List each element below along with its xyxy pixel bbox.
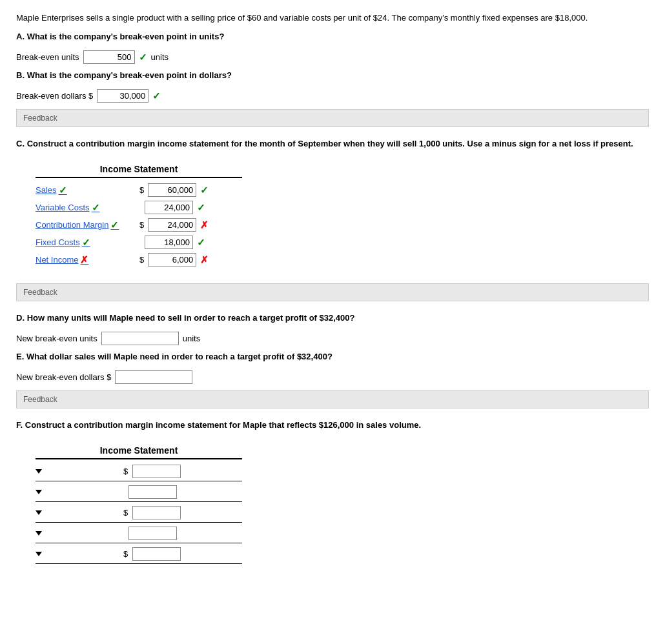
feedback-label-2: Feedback: [23, 288, 57, 297]
net-income-input[interactable]: [148, 253, 196, 267]
variable-costs-label[interactable]: Variable Costs ✓: [36, 202, 136, 214]
question-d-letter: D.: [16, 313, 25, 323]
new-break-even-dollars-label: New break-even dollars $: [16, 372, 111, 382]
question-d-text: How many units will Maple need to sell i…: [27, 313, 355, 323]
dropdown-arrow-3[interactable]: [36, 510, 42, 515]
question-e-label: E. What dollar sales will Maple need in …: [16, 352, 649, 361]
sales-label[interactable]: Sales ✓: [36, 185, 136, 196]
ni-result-icon: ✗: [200, 254, 209, 266]
is-row-sales: Sales ✓ $ ✓: [36, 183, 242, 197]
fixed-costs-input[interactable]: [145, 236, 193, 249]
break-even-dollars-input[interactable]: [97, 89, 148, 103]
is-f-label-5: [36, 552, 119, 556]
vc-check-icon: ✓: [92, 202, 100, 214]
is-f-title: Income Statement: [36, 445, 242, 459]
is-c-title: Income Statement: [36, 164, 242, 178]
is-f-input-5[interactable]: [132, 547, 181, 561]
is-row-contribution-margin: Contribution Margin ✓ $ ✗: [36, 218, 242, 232]
sales-check-icon: ✓: [59, 185, 67, 196]
contribution-margin-input[interactable]: [148, 218, 196, 232]
is-f-label-4: [36, 531, 119, 536]
is-row-net-income: Net Income ✗ $ ✗: [36, 253, 242, 267]
is-f-dollar-5: $: [123, 549, 128, 559]
cm-check-icon: ✓: [110, 219, 119, 231]
answer-row-e: New break-even dollars $: [16, 370, 649, 384]
question-f-label: F. Construct a contribution margin incom…: [16, 420, 649, 430]
ni-check-icon: ✗: [80, 254, 88, 266]
income-statement-c: Income Statement Sales ✓ $ ✓ Variable Co…: [36, 164, 242, 270]
check-a-icon: ✓: [139, 52, 147, 63]
units-label-d: units: [183, 334, 200, 343]
variable-costs-input[interactable]: [145, 201, 193, 214]
is-f-input-3[interactable]: [132, 506, 181, 519]
net-income-label[interactable]: Net Income ✗: [36, 254, 136, 266]
is-f-row-2: [36, 485, 242, 502]
question-e-text: What dollar sales will Maple need in ord…: [26, 352, 332, 361]
is-f-row-5: $: [36, 547, 242, 564]
is-f-dollar-3: $: [123, 508, 128, 518]
is-row-variable-costs: Variable Costs ✓ ✓: [36, 201, 242, 214]
cm-dollar: $: [139, 220, 144, 230]
question-d-label: D. How many units will Maple need to sel…: [16, 313, 649, 323]
question-e-letter: E.: [16, 352, 24, 361]
units-label-a: units: [151, 52, 169, 62]
is-row-fixed-costs: Fixed Costs ✓ ✓: [36, 236, 242, 249]
dropdown-arrow-1[interactable]: [36, 469, 42, 474]
ni-dollar: $: [139, 255, 144, 265]
break-even-units-input[interactable]: [83, 50, 135, 64]
answer-row-b: Break-even dollars $ ✓: [16, 89, 649, 103]
sales-result-icon: ✓: [200, 185, 209, 196]
sales-dollar: $: [139, 185, 144, 195]
feedback-bar-3: Feedback: [16, 390, 649, 408]
question-b-label: B. What is the company's break-even poin…: [16, 70, 649, 80]
income-statement-f: Income Statement $ $ $: [36, 445, 242, 568]
fixed-costs-label[interactable]: Fixed Costs ✓: [36, 237, 136, 248]
contribution-margin-label[interactable]: Contribution Margin ✓: [36, 219, 136, 231]
new-break-even-units-label: New break-even units: [16, 334, 97, 343]
is-f-input-1[interactable]: [132, 465, 181, 478]
answer-row-a: Break-even units ✓ units: [16, 50, 649, 64]
is-f-input-4[interactable]: [128, 527, 177, 540]
is-f-label-1: [36, 469, 119, 474]
question-b-text: What is the company's break-even point i…: [27, 70, 232, 80]
fc-result-icon: ✓: [197, 237, 205, 248]
is-f-label-3: [36, 510, 119, 515]
dropdown-arrow-2[interactable]: [36, 490, 42, 494]
vc-result-icon: ✓: [197, 202, 205, 214]
new-break-even-units-input[interactable]: [101, 332, 179, 345]
question-c-letter: C.: [16, 139, 25, 148]
is-f-label-2: [36, 490, 119, 494]
sales-input[interactable]: [148, 183, 196, 197]
break-even-dollars-label: Break-even dollars $: [16, 91, 93, 101]
feedback-label-3: Feedback: [23, 395, 57, 404]
question-a-label: A. What is the company's break-even poin…: [16, 32, 649, 41]
is-f-row-3: $: [36, 506, 242, 523]
question-a-letter: A.: [16, 32, 25, 41]
dropdown-arrow-4[interactable]: [36, 531, 42, 536]
question-c-text: Construct a contribution margin income s…: [27, 139, 633, 148]
new-break-even-dollars-input[interactable]: [115, 370, 192, 384]
feedback-bar-2: Feedback: [16, 283, 649, 301]
feedback-bar-1: Feedback: [16, 109, 649, 127]
is-f-input-2[interactable]: [128, 485, 177, 499]
intro-text: Maple Enterprises sells a single product…: [16, 13, 649, 23]
question-a-text: What is the company's break-even point i…: [27, 32, 225, 41]
answer-row-d: New break-even units units: [16, 332, 649, 345]
question-b-letter: B.: [16, 70, 25, 80]
question-c-label: C. Construct a contribution margin incom…: [16, 139, 649, 148]
cm-result-icon: ✗: [200, 219, 209, 231]
check-b-icon: ✓: [152, 90, 161, 102]
question-f-letter: F.: [16, 420, 23, 430]
fc-check-icon: ✓: [82, 237, 90, 248]
question-f-text: Construct a contribution margin income s…: [25, 420, 421, 430]
break-even-units-label: Break-even units: [16, 52, 79, 62]
is-f-row-4: [36, 527, 242, 543]
dropdown-arrow-5[interactable]: [36, 552, 42, 556]
is-f-row-1: $: [36, 465, 242, 481]
is-f-dollar-1: $: [123, 467, 128, 476]
feedback-label-1: Feedback: [23, 114, 57, 123]
